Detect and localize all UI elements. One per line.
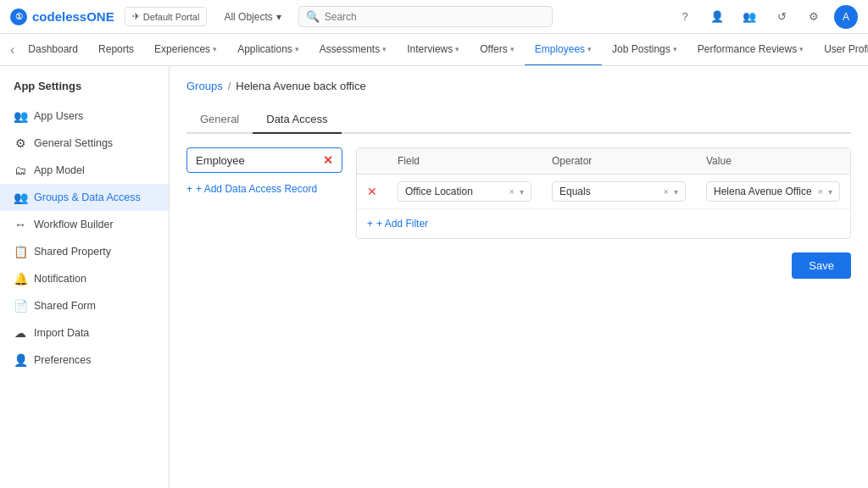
workflow-icon: ↔ [14,218,27,231]
sidebar-item-notification[interactable]: 🔔 Notification [0,265,169,292]
chevron-down-icon: ▾ [799,45,804,53]
filter-table-panel: Field Operator Value ✕ Office Location × [356,147,851,239]
main-layout: App Settings 👥 App Users ⚙ General Setti… [0,66,868,488]
property-icon: 📋 [14,245,27,258]
value-select-dropdown[interactable]: Helena Avenue Office × ▾ [706,181,840,202]
person-icon[interactable]: 👤 [705,5,729,29]
chevron-down-icon: ▾ [587,45,592,53]
portal-icon: ✈ [132,11,140,22]
field-select-dropdown[interactable]: Office Location × ▾ [398,181,531,202]
operator-select-value: Equals [559,186,659,197]
sidebar-item-shared-form[interactable]: 📄 Shared Form [0,292,169,319]
logo-icon: ① [10,8,27,25]
nav-dashboard[interactable]: Dashboard [18,34,88,66]
breadcrumb: Groups / Helena Avenue back office [186,80,851,92]
logo: ① codelessONE [10,8,114,25]
chevron-down-icon: ▾ [213,45,217,53]
field-select-value: Office Location [405,186,504,197]
refresh-icon[interactable]: ↺ [770,5,793,29]
tab-data-access[interactable]: Data Access [253,106,341,134]
search-input[interactable] [325,11,545,23]
value-select-clear[interactable]: × [818,186,823,197]
sidebar: App Settings 👥 App Users ⚙ General Setti… [0,66,170,488]
chevron-down-icon: ▾ [382,45,387,53]
filter-operator-cell: Equals × ▾ [542,175,696,208]
top-bar: ① codelessONE ✈ Default Portal All Objec… [0,0,868,34]
search-bar[interactable]: 🔍 [298,6,553,27]
nav-employees[interactable]: Employees▾ [525,34,602,66]
add-filter-button[interactable]: + + Add Filter [357,209,850,238]
nav-performance-reviews[interactable]: Performance Reviews▾ [687,34,814,66]
record-tag-label: Employee [196,154,245,167]
sidebar-item-preferences[interactable]: 👤 Preferences [0,347,169,374]
breadcrumb-separator: / [228,80,231,92]
avatar[interactable]: A [834,5,858,29]
sidebar-item-import-data[interactable]: ☁ Import Data [0,319,169,347]
operator-select-dropdown[interactable]: Equals × ▾ [552,181,686,202]
bell-icon: 🔔 [14,272,27,286]
form-icon: 📄 [14,299,27,313]
users-icon[interactable]: 👥 [737,5,761,29]
settings-icon[interactable]: ⚙ [802,5,826,29]
chevron-down-icon: ▾ [520,187,524,197]
filter-field-cell: Office Location × ▾ [387,175,542,208]
filter-table: Field Operator Value ✕ Office Location × [357,148,850,238]
nav-user-profile[interactable]: User Profile▾ [814,34,868,66]
top-bar-icons: ? 👤 👥 ↺ ⚙ A [673,5,858,29]
nav-left-arrow[interactable]: ‹ [7,42,18,58]
preferences-icon: 👤 [14,353,27,367]
filter-header-operator: Operator [542,148,696,174]
filter-header-actions [357,148,387,174]
sidebar-item-app-model[interactable]: 🗂 App Model [0,157,169,184]
value-select-value: Helena Avenue Office [714,186,813,197]
sidebar-item-general-settings[interactable]: ⚙ General Settings [0,130,169,157]
plus-icon: + [186,183,192,195]
content: Groups / Helena Avenue back office Gener… [170,66,868,488]
breadcrumb-current: Helena Avenue back office [236,80,365,92]
chevron-down-icon: ▾ [295,45,299,53]
search-icon: 🔍 [306,10,320,23]
left-panel: Employee ✕ + + Add Data Access Record [186,147,356,239]
chevron-down-icon: ▾ [455,45,459,53]
record-tag-close-button[interactable]: ✕ [323,153,333,167]
save-button[interactable]: Save [792,252,851,279]
filter-row: ✕ Office Location × ▾ Equals [357,175,850,209]
tabs: General Data Access [186,106,851,134]
sidebar-item-app-users[interactable]: 👥 App Users [0,103,169,130]
sidebar-title: App Settings [0,76,169,103]
breadcrumb-parent-link[interactable]: Groups [186,80,223,92]
nav-offers[interactable]: Offers▾ [470,34,524,66]
chevron-down-icon: ▾ [828,187,832,197]
sidebar-item-shared-property[interactable]: 📋 Shared Property [0,238,169,265]
nav-interviews[interactable]: Interviews▾ [397,34,470,66]
record-tag: Employee ✕ [186,147,342,173]
field-select-clear[interactable]: × [509,186,515,197]
chevron-down-icon: ▾ [510,45,515,53]
plus-icon: + [367,218,373,230]
filter-value-cell: Helena Avenue Office × ▾ [696,175,850,208]
nav-experiences[interactable]: Experiences▾ [144,34,227,66]
filter-header-field: Field [387,148,542,174]
sidebar-item-workflow-builder[interactable]: ↔ Workflow Builder [0,211,169,238]
nav-assessments[interactable]: Assessments▾ [309,34,397,66]
sidebar-item-groups-data-access[interactable]: 👥 Groups & Data Access [0,184,169,211]
filter-row-delete-button[interactable]: ✕ [357,178,387,205]
help-icon[interactable]: ? [673,5,697,29]
users-icon: 👥 [14,109,27,123]
operator-select-clear[interactable]: × [664,186,669,197]
model-icon: 🗂 [14,164,27,177]
nav-job-postings[interactable]: Job Postings▾ [602,34,687,66]
tab-general[interactable]: General [186,106,253,134]
data-access-layout: Employee ✕ + + Add Data Access Record [186,147,851,239]
portal-selector[interactable]: ✈ Default Portal [125,7,208,26]
groups-icon: 👥 [14,191,27,204]
chevron-down-icon: ▾ [276,11,281,23]
all-objects-dropdown[interactable]: All Objects ▾ [217,8,287,26]
content-inner: Groups / Helena Avenue back office Gener… [170,66,868,488]
chevron-down-icon: ▾ [674,187,678,197]
nav-applications[interactable]: Applications▾ [227,34,309,66]
cloud-icon: ☁ [14,326,27,340]
add-data-access-record-button[interactable]: + + Add Data Access Record [186,180,342,198]
nav-reports[interactable]: Reports [88,34,144,66]
save-area: Save [186,239,851,282]
